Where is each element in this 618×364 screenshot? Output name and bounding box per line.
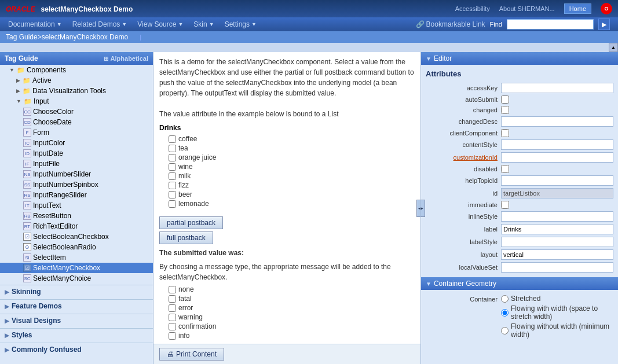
tree-item-rich-text-editor[interactable]: RT RichTextEditor [0,221,153,231]
msg-fatal-checkbox[interactable] [169,295,176,303]
sidebar-section-visual-designs[interactable]: ▶ Visual Designs [0,314,153,327]
msg-fatal: fatal [159,294,415,303]
attr-inline-style-input[interactable] [501,211,613,222]
drink-lemonade-checkbox[interactable] [169,200,176,208]
sidebar-sort-icon: ⊞ [104,56,108,62]
tree-item-choose-date[interactable]: CD ChooseDate [0,117,153,127]
sidebar-header: Tag Guide ⊞ Alphabetical [0,52,153,65]
folder-icon: 📁 [17,67,25,74]
tree-item-input-date[interactable]: ID InputDate [0,148,153,159]
tree-item-data-viz[interactable]: ▶ 📁 Data Visualization Tools [0,86,153,96]
container-flowing-width-radio[interactable] [501,309,509,317]
component-icon: IT [23,201,31,209]
attr-client-component-checkbox[interactable] [501,129,509,137]
chevron-down-icon: ▼ [209,21,214,27]
attr-layout-input[interactable] [501,249,613,260]
attr-label-style-input[interactable] [501,237,613,247]
editor-panel: ▶ ▼ Editor Attributes accessKey autoSubm… [421,52,618,364]
drink-beer-checkbox[interactable] [169,191,176,198]
tree-item-input-number-spinbox[interactable]: SS InputNumberSpinbox [0,179,153,190]
attr-label-input[interactable] [501,224,613,234]
sidebar-section-styles[interactable]: ▶ Styles [0,328,153,341]
accessibility-link[interactable]: Accessibility [455,5,490,12]
sidebar-section-skinning[interactable]: ▶ Skinning [0,285,153,298]
tree-item-input-color[interactable]: IC InputColor [0,138,153,148]
component-icon: ID [23,149,31,157]
full-postback-button[interactable]: full postback [159,231,213,244]
component-icon: CC [23,108,31,116]
drink-orange-juice-checkbox[interactable] [169,154,176,161]
attr-access-key-input[interactable] [501,83,613,93]
nav-view-source[interactable]: View Source ▼ [133,19,188,30]
msg-error-checkbox[interactable] [169,304,176,312]
about-link[interactable]: About SHERMAN... [499,5,555,12]
breadcrumb-cursor: | [140,34,141,41]
drink-coffee-checkbox[interactable] [169,135,176,143]
tree-item-select-many-choice[interactable]: SC SelectManyChoice [0,273,153,284]
find-go-button[interactable]: ▶ [598,19,610,30]
print-button[interactable]: 🖨 Print Content [159,348,224,361]
breadcrumb-parent[interactable]: Tag Guide [6,33,38,41]
tree-item-input-range-slider[interactable]: RS InputRangeSlider [0,190,153,200]
attr-immediate-checkbox[interactable] [501,201,509,209]
tree-item-components[interactable]: ▼ 📁 Components [0,65,153,75]
drink-wine-checkbox[interactable] [169,163,176,171]
attr-customization-id-input[interactable] [501,152,613,163]
nav-documentation[interactable]: Documentation ▼ [3,19,67,30]
drink-milk-checkbox[interactable] [169,172,176,180]
collapse-icon[interactable]: ▼ [426,281,431,287]
collapse-icon[interactable]: ▼ [426,56,431,62]
attr-content-style-input[interactable] [501,139,613,150]
container-flowing-no-width-radio[interactable] [501,327,509,334]
msg-confirmation-checkbox[interactable] [169,323,176,330]
sidebar-section-commonly-confused[interactable]: ▶ Commonly Confused [0,343,153,356]
drinks-section: Drinks coffee tea orange juice wine [159,124,415,208]
attr-help-topic-id-input[interactable] [501,175,613,186]
tree-item-select-item[interactable]: SI SelectItem [0,252,153,263]
container-stretched-radio[interactable] [501,295,509,303]
sidebar-alpha-button[interactable]: Alphabetical [111,55,148,62]
folder-icon: 📁 [23,77,31,84]
checkbox-icon: ☑ [23,264,31,272]
find-input[interactable] [507,19,594,30]
msg-warning-checkbox[interactable] [169,314,176,321]
msg-info-checkbox[interactable] [169,332,176,340]
component-icon: SS [23,181,31,189]
attr-auto-submit-checkbox[interactable] [501,95,509,104]
header-links: Accessibility About SHERMAN... Home O [455,3,612,14]
partial-postback-button[interactable]: partial postback [159,216,223,229]
tree-item-select-boolean-checkbox[interactable]: ☑ SelectBooleanCheckbox [0,231,153,242]
tree-item-select-boolean-radio[interactable]: ⊙ SelectBooleanRadio [0,242,153,252]
attr-changed-desc-input[interactable] [501,116,613,127]
tree-item-input-file[interactable]: IF InputFile [0,159,153,169]
tree-item-input[interactable]: ▼ 📁 Input [0,96,153,106]
nav-related-demos[interactable]: Related Demos ▼ [68,19,132,30]
attr-changed-checkbox[interactable] [501,106,509,114]
attr-changed: changed [426,106,613,114]
collapse-editor-left-arrow[interactable]: ▶ [421,200,425,217]
bookmark-link[interactable]: 🔗 Bookmarkable Link [416,20,485,28]
drink-tea-checkbox[interactable] [169,145,176,152]
nav-skin[interactable]: Skin ▼ [189,19,218,30]
msg-info: info [159,331,415,340]
msg-none-checkbox[interactable] [169,286,176,293]
tree-item-choose-color[interactable]: CC ChooseColor [0,106,153,117]
tree-item-input-number-slider[interactable]: NS InputNumberSlider [0,169,153,179]
drink-coffee: coffee [159,134,415,144]
tree-item-active[interactable]: ▶ 📁 Active [0,75,153,86]
home-button[interactable]: Home [564,3,591,14]
attr-id-input[interactable] [501,188,613,198]
content-scroll-area[interactable]: This is a demo for the selectManyCheckbo… [153,52,420,344]
tree-item-reset-button[interactable]: RB ResetButton [0,211,153,221]
sidebar-section-feature-demos[interactable]: ▶ Feature Demos [0,299,153,312]
collapse-center-right-arrow[interactable]: ◀ [416,200,421,217]
nav-settings[interactable]: Settings ▼ [220,19,261,30]
scroll-up-button[interactable]: ▲ [609,43,618,52]
attr-local-value-set-input[interactable] [501,262,613,273]
container-radio-group: Stretched Flowing with width (space to s… [501,295,613,339]
tree-item-form[interactable]: F Form [0,127,153,138]
attr-disabled-checkbox[interactable] [501,165,509,173]
tree-item-input-text[interactable]: IT InputText [0,200,153,211]
tree-item-select-many-checkbox[interactable]: ☑ SelectManyCheckbox [0,263,153,273]
drink-fizz-checkbox[interactable] [169,182,176,189]
